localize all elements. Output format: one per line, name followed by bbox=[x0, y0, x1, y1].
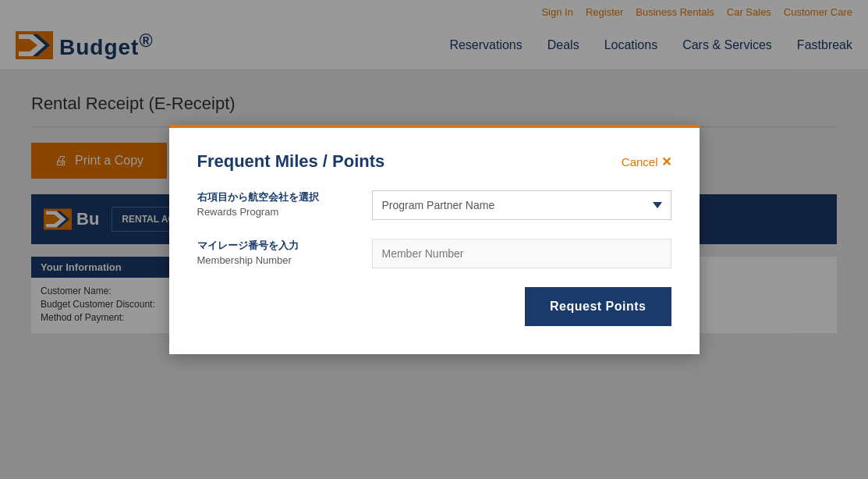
membership-label-en: Membership Number bbox=[197, 254, 353, 266]
rewards-label-en: Rewards Program bbox=[197, 206, 353, 218]
rewards-program-row: 右項目から航空会社を選択 Rewards Program Program Par… bbox=[197, 190, 671, 220]
membership-row: マイレージ番号を入力 Membership Number bbox=[197, 239, 671, 268]
rewards-label-jp: 右項目から航空会社を選択 bbox=[197, 190, 353, 204]
program-partner-select[interactable]: Program Partner Name bbox=[372, 190, 671, 220]
cancel-x-icon: ✕ bbox=[661, 154, 671, 169]
request-btn-row: Request Points bbox=[197, 287, 671, 326]
frequent-miles-modal: Frequent Miles / Points Cancel ✕ 右項目から航空… bbox=[169, 125, 700, 354]
rewards-label-group: 右項目から航空会社を選択 Rewards Program bbox=[197, 190, 353, 218]
rewards-select-group: Program Partner Name bbox=[372, 190, 671, 220]
modal-header: Frequent Miles / Points Cancel ✕ bbox=[197, 151, 671, 172]
membership-label-jp: マイレージ番号を入力 bbox=[197, 239, 353, 253]
modal-title: Frequent Miles / Points bbox=[197, 151, 385, 172]
cancel-label: Cancel bbox=[622, 155, 658, 169]
membership-label-group: マイレージ番号を入力 Membership Number bbox=[197, 239, 353, 266]
member-number-input[interactable] bbox=[372, 239, 671, 268]
request-points-button[interactable]: Request Points bbox=[525, 287, 671, 326]
rewards-select-wrapper: Program Partner Name bbox=[372, 190, 671, 220]
modal-overlay[interactable]: Frequent Miles / Points Cancel ✕ 右項目から航空… bbox=[0, 0, 868, 479]
membership-input-group bbox=[372, 239, 671, 268]
cancel-button[interactable]: Cancel ✕ bbox=[622, 154, 671, 169]
